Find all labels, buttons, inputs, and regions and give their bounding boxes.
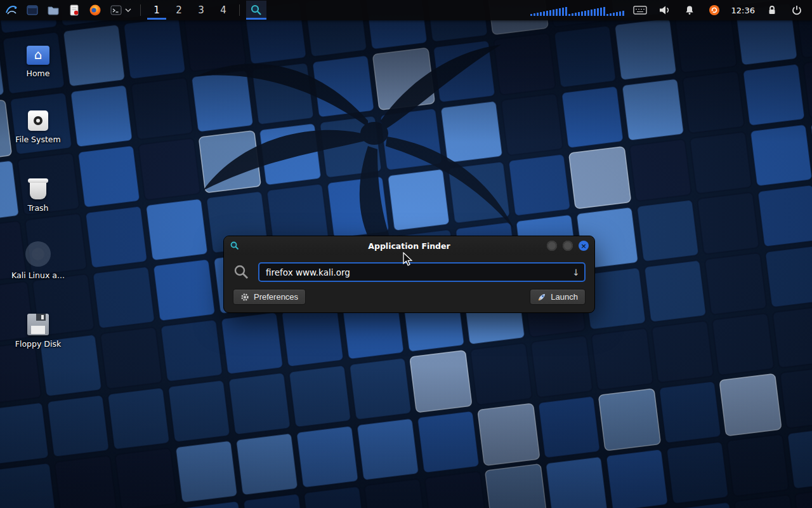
window-controls: ×: [547, 241, 589, 251]
window-launcher-button[interactable]: [23, 1, 41, 19]
home-icon: ⌂: [27, 46, 49, 65]
separator: [140, 4, 141, 16]
separator: [239, 4, 240, 16]
panel-right: 12:36: [530, 0, 812, 20]
file-manager-button[interactable]: [44, 1, 62, 19]
keyboard-indicator[interactable]: [631, 1, 649, 19]
volume-control[interactable]: [656, 1, 674, 19]
search-icon: [233, 264, 250, 281]
maximize-button[interactable]: [563, 241, 573, 251]
screen-lock[interactable]: [763, 1, 781, 19]
terminal-icon: [110, 4, 122, 17]
minimize-button[interactable]: [547, 241, 557, 251]
desktop-icon-home[interactable]: ⌂ Home: [3, 37, 73, 78]
desktop-icon-label: Kali Linux a...: [3, 271, 73, 280]
kali-logo-icon: [4, 3, 18, 17]
top-panel: 1 2 3 4: [0, 0, 812, 20]
text-editor-button[interactable]: [65, 1, 83, 19]
audio-spectrum-visualizer: [530, 4, 624, 16]
workspace-4[interactable]: 4: [214, 1, 233, 20]
desktop-icon-trash[interactable]: Trash: [3, 171, 73, 213]
desktop-icon-kali-docs[interactable]: Kali Linux a...: [3, 239, 73, 280]
lock-icon: [766, 4, 778, 16]
notifications[interactable]: [681, 1, 698, 19]
drive-icon: [28, 110, 48, 131]
power-icon: [791, 4, 802, 16]
search-input[interactable]: [258, 262, 586, 282]
launch-icon: [537, 293, 546, 302]
update-icon: [709, 4, 720, 16]
desktop-icon-label: Floppy Disk: [3, 339, 73, 349]
firefox-button[interactable]: [86, 1, 104, 19]
history-dropdown-arrow-icon[interactable]: ↓: [572, 267, 580, 277]
launch-label: Launch: [551, 292, 578, 302]
logout-power[interactable]: [788, 1, 806, 19]
speaker-icon: [658, 4, 671, 16]
updates-indicator[interactable]: [705, 1, 723, 19]
gear-icon: [240, 293, 249, 302]
application-finder-task-button[interactable]: [246, 1, 266, 20]
folder-icon: [46, 3, 60, 17]
bell-icon: [684, 4, 695, 16]
clock[interactable]: 12:36: [730, 6, 756, 15]
close-button[interactable]: ×: [579, 241, 589, 251]
window-icon: [25, 3, 39, 17]
kali-faded-icon: [25, 241, 51, 267]
workspace-3[interactable]: 3: [192, 1, 211, 20]
search-icon: [250, 4, 263, 17]
preferences-button[interactable]: Preferences: [233, 289, 306, 305]
launch-button[interactable]: Launch: [530, 289, 586, 305]
app-finder-window-icon: [230, 241, 240, 251]
desktop-icon-label: File System: [3, 135, 73, 144]
workspace-1[interactable]: 1: [147, 1, 166, 20]
document-icon: [67, 3, 81, 17]
desktop-icon-filesystem[interactable]: File System: [3, 103, 73, 144]
kali-menu-button[interactable]: [3, 1, 20, 19]
titlebar[interactable]: Application Finder ×: [224, 236, 594, 255]
search-input-wrap: ↓: [258, 262, 586, 282]
panel-left: 1 2 3 4: [0, 0, 266, 20]
trash-icon: [30, 180, 46, 199]
finder-body: ↓ Preferences Launch: [224, 255, 594, 312]
keyboard-icon: [633, 5, 647, 15]
desktop-icon-label: Home: [3, 69, 73, 78]
application-finder-window: Application Finder × ↓: [223, 236, 595, 313]
workspace-2[interactable]: 2: [169, 1, 188, 20]
terminal-dropdown-button[interactable]: [107, 1, 134, 19]
preferences-label: Preferences: [254, 292, 298, 302]
desktop: 1 2 3 4: [0, 0, 812, 508]
desktop-icon-label: Trash: [3, 203, 73, 213]
floppy-icon: [27, 314, 49, 335]
firefox-icon: [88, 3, 102, 17]
window-title: Application Finder: [224, 241, 594, 251]
chevron-down-icon: [125, 8, 131, 13]
desktop-icon-floppy[interactable]: Floppy Disk: [3, 307, 73, 349]
